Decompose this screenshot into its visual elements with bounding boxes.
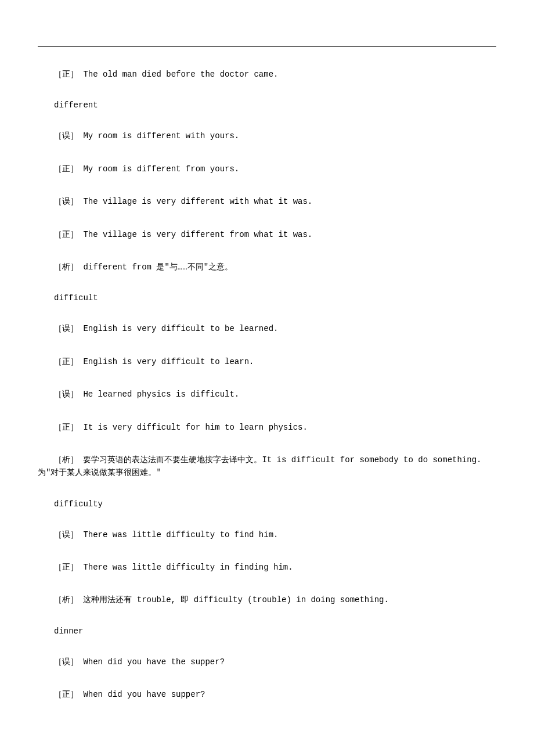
analysis-sentence: ［析］ 这种用法还有 trouble, 即 difficulty (troubl… — [38, 593, 496, 606]
correct-sentence: ［正］ My room is different from yours. — [38, 163, 496, 175]
correct-sentence: ［正］ The old man died before the doctor c… — [38, 68, 496, 81]
top-rule — [38, 46, 496, 47]
correct-sentence: ［正］ English is very difficult to learn. — [38, 355, 496, 368]
wrong-sentence: ［误］ The village is very different with w… — [38, 195, 496, 208]
correct-sentence: ［正］ It is very difficult for him to lear… — [38, 421, 496, 434]
wrong-sentence: ［误］ English is very difficult to be lear… — [38, 322, 496, 335]
word-heading: difficult — [38, 293, 496, 303]
wrong-sentence: ［误］ My room is different with yours. — [38, 129, 496, 142]
correct-sentence: ［正］ There was little difficulty in findi… — [38, 561, 496, 574]
wrong-sentence: ［误］ There was little difficulty to find … — [38, 528, 496, 541]
correct-sentence: ［正］ The village is very different from w… — [38, 228, 496, 241]
word-heading: difficulty — [38, 499, 496, 509]
page-container: ［正］ The old man died before the doctor c… — [0, 0, 534, 756]
analysis-sentence: ［析］ different from 是"与……不同"之意。 — [38, 261, 496, 273]
word-heading: different — [38, 100, 496, 110]
correct-sentence: ［正］ When did you have supper? — [38, 688, 496, 701]
wrong-sentence: ［误］ When did you have the supper? — [38, 656, 496, 668]
wrong-sentence: ［误］ He learned physics is difficult. — [38, 388, 496, 401]
word-heading: dinner — [38, 627, 496, 636]
analysis-sentence: ［析］ 要学习英语的表达法而不要生硬地按字去译中文。It is difficul… — [38, 453, 496, 480]
